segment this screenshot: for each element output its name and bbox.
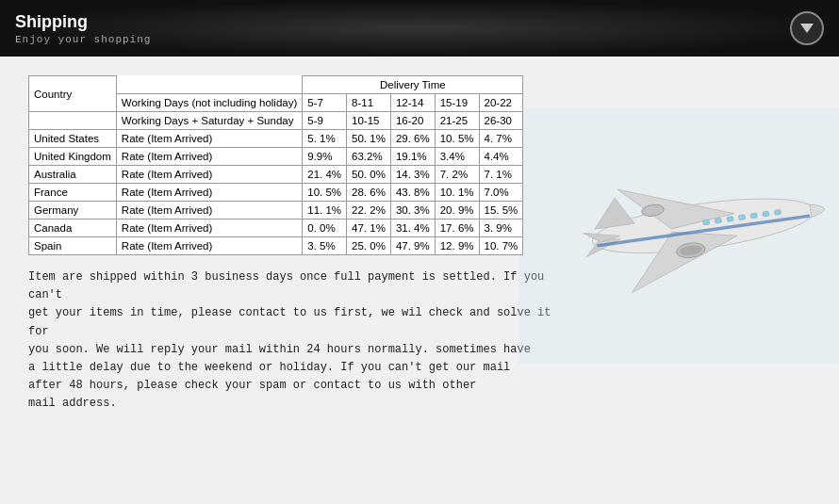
data-cell-2: 28. 6% xyxy=(347,184,391,202)
col-head-2: 8-11 xyxy=(347,94,391,112)
table-row: AustraliaRate (Item Arrived)21. 4%50. 0%… xyxy=(29,166,523,184)
data-cell-2: 63.2% xyxy=(347,148,391,166)
header-subtitle: Enjoy your shopping xyxy=(15,34,151,45)
footer-content: Item are shipped within 3 business days … xyxy=(28,270,551,410)
svg-rect-12 xyxy=(774,209,781,215)
data-cell-2: 50. 0% xyxy=(347,166,391,184)
col-head2-2: 10-15 xyxy=(347,112,391,130)
header-dropdown-icon[interactable] xyxy=(790,11,824,45)
data-cell-4: 3.4% xyxy=(435,148,479,166)
col-head-3: 12-14 xyxy=(390,94,435,112)
data-cell-5: 15. 5% xyxy=(479,202,523,219)
desc-cell: Rate (Item Arrived) xyxy=(116,184,302,202)
desc-cell: Rate (Item Arrived) xyxy=(116,130,302,148)
country-cell: France xyxy=(29,184,117,202)
table-row: United KingdomRate (Item Arrived)9.9%63.… xyxy=(29,148,523,166)
data-cell-3: 14. 3% xyxy=(390,166,435,184)
airplane-svg xyxy=(518,108,839,365)
data-cell-2: 25. 0% xyxy=(347,237,391,255)
data-cell-4: 12. 9% xyxy=(435,237,479,255)
country-cell: Spain xyxy=(29,237,117,255)
data-cell-1: 3. 5% xyxy=(303,237,347,255)
col-head-5: 20-22 xyxy=(479,94,523,112)
country-cell: Australia xyxy=(29,166,117,184)
empty-country xyxy=(29,112,117,130)
table-row: FranceRate (Item Arrived)10. 5%28. 6%43.… xyxy=(29,184,523,202)
data-cell-1: 11. 1% xyxy=(303,202,347,219)
table-row: GermanyRate (Item Arrived)11. 1%22. 2%30… xyxy=(29,202,523,219)
col-head2-3: 16-20 xyxy=(390,112,435,130)
data-cell-3: 29. 6% xyxy=(390,130,435,148)
data-cell-2: 22. 2% xyxy=(347,202,391,219)
data-cell-1: 9.9% xyxy=(303,148,347,166)
delivery-time-label: Delivery Time xyxy=(303,76,523,94)
airplane-image xyxy=(518,108,839,400)
col-head2-4: 21-25 xyxy=(435,112,479,130)
col-head-1: 5-7 xyxy=(303,94,347,112)
header-text-block: Shipping Enjoy your shopping xyxy=(15,12,151,45)
empty-cell xyxy=(116,76,302,94)
svg-marker-0 xyxy=(800,24,814,33)
desc-cell: Rate (Item Arrived) xyxy=(116,202,302,219)
weekend-desc: Working Days + Saturday + Sunday xyxy=(116,112,302,130)
svg-rect-10 xyxy=(750,213,757,219)
workdays-desc: Working Days (not including holiday) xyxy=(116,94,302,112)
country-cell: United States xyxy=(29,130,117,148)
data-cell-4: 10. 1% xyxy=(435,184,479,202)
data-cell-4: 7. 2% xyxy=(435,166,479,184)
main-content: CountryDelivery TimeWorking Days (not in… xyxy=(0,57,839,432)
page-header: Shipping Enjoy your shopping xyxy=(0,0,839,57)
svg-rect-6 xyxy=(702,219,709,225)
data-cell-4: 17. 6% xyxy=(435,219,479,237)
data-cell-4: 20. 9% xyxy=(435,202,479,219)
data-cell-4: 10. 5% xyxy=(435,130,479,148)
col-head2-1: 5-9 xyxy=(303,112,347,130)
data-cell-5: 7. 1% xyxy=(479,166,523,184)
data-cell-1: 5. 1% xyxy=(303,130,347,148)
data-cell-1: 21. 4% xyxy=(303,166,347,184)
header-title: Shipping xyxy=(15,12,151,32)
desc-cell: Rate (Item Arrived) xyxy=(116,148,302,166)
desc-cell: Rate (Item Arrived) xyxy=(116,219,302,237)
data-cell-5: 10. 7% xyxy=(479,237,523,255)
footer-text: Item are shipped within 3 business days … xyxy=(28,268,575,414)
table-row: United StatesRate (Item Arrived)5. 1%50.… xyxy=(29,130,523,148)
table-row: CanadaRate (Item Arrived)0. 0%47. 1%31. … xyxy=(29,219,523,237)
header-row-1: CountryDelivery Time xyxy=(29,76,523,94)
data-cell-3: 31. 4% xyxy=(390,219,435,237)
col-head-4: 15-19 xyxy=(435,94,479,112)
country-cell: United Kingdom xyxy=(29,148,117,166)
data-cell-3: 47. 9% xyxy=(390,237,435,255)
data-cell-3: 30. 3% xyxy=(390,202,435,219)
country-cell: Germany xyxy=(29,202,117,219)
table-row: SpainRate (Item Arrived)3. 5%25. 0%47. 9… xyxy=(29,237,523,255)
data-cell-5: 4.4% xyxy=(479,148,523,166)
chevron-down-icon xyxy=(800,24,814,33)
data-cell-3: 43. 8% xyxy=(390,184,435,202)
svg-rect-7 xyxy=(715,218,721,223)
col-head2-5: 26-30 xyxy=(479,112,523,130)
svg-rect-8 xyxy=(727,216,733,221)
country-cell: Canada xyxy=(29,219,117,237)
data-cell-2: 47. 1% xyxy=(347,219,391,237)
data-cell-5: 3. 9% xyxy=(479,219,523,237)
data-cell-5: 4. 7% xyxy=(479,130,523,148)
svg-rect-11 xyxy=(763,211,769,217)
data-cell-1: 10. 5% xyxy=(303,184,347,202)
data-cell-5: 7.0% xyxy=(479,184,523,202)
header-row-3: Working Days + Saturday + Sunday5-910-15… xyxy=(29,112,523,130)
data-cell-1: 0. 0% xyxy=(303,219,347,237)
svg-rect-9 xyxy=(738,215,745,220)
desc-cell: Rate (Item Arrived) xyxy=(116,237,302,255)
country-label: Country xyxy=(29,76,117,112)
shipping-table: CountryDelivery TimeWorking Days (not in… xyxy=(28,75,523,255)
data-cell-3: 19.1% xyxy=(390,148,435,166)
desc-cell: Rate (Item Arrived) xyxy=(116,166,302,184)
data-cell-2: 50. 1% xyxy=(347,130,391,148)
